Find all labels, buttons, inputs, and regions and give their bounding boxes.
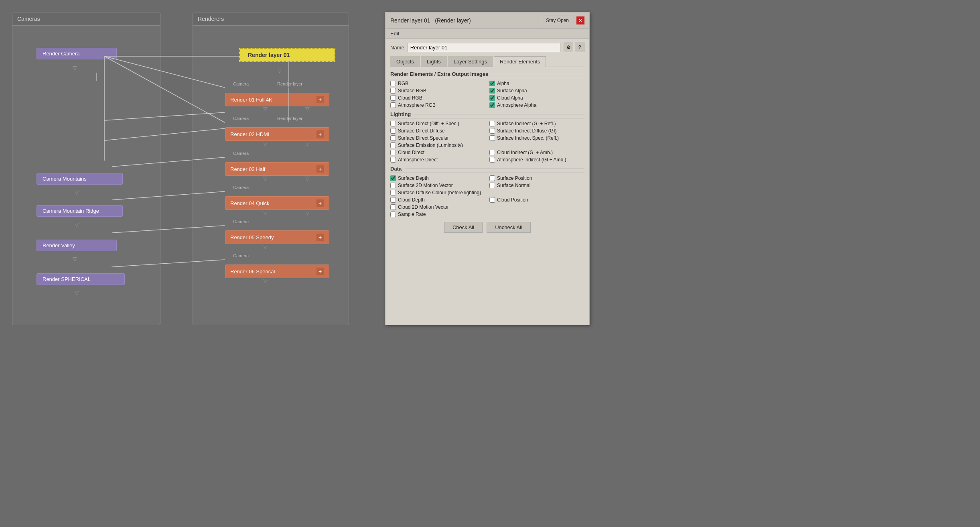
cb-atm-direct-input[interactable] [390,157,396,163]
name-input[interactable] [408,43,560,52]
cb-cloud-indirect-input[interactable] [489,150,495,155]
renderer-06-node[interactable]: Render 06 Sperical + [225,265,329,278]
cb-atm-rgb-input[interactable] [390,102,396,108]
arrow-render-spherical: ▽ [75,289,79,296]
renderer-06-add-btn[interactable]: + [316,267,324,275]
check-all-button[interactable]: Check All [444,222,483,233]
cb-atm-direct: Atmosphere Direct [390,157,485,163]
cb-rgb-input[interactable] [390,81,396,86]
cb-surf-diffuse-colour: Surface Diffuse Colour (before lighting) [390,190,584,195]
cb-surf-2d-motion-input[interactable] [390,183,396,188]
camera-node-render-camera[interactable]: Render Camera [37,48,117,59]
renderer-01-add-btn[interactable]: + [316,96,324,104]
name-row: Name ⚙ ? [390,43,584,52]
cb-alpha-label: Alpha [497,81,509,86]
cb-surf-indirect-input[interactable] [489,121,495,126]
lighting-section-header: Lighting [390,111,584,118]
camera-node-render-valley[interactable]: Render Valley [37,240,117,251]
tab-objects[interactable]: Objects [390,56,420,67]
cb-cloud-2d-motion-input[interactable] [390,204,396,210]
cb-surf-emission-input[interactable] [390,142,396,148]
cb-surface-depth-input[interactable] [390,175,396,181]
help-icon-btn[interactable]: ? [575,43,584,52]
cb-surface-alpha-label: Surface Alpha [497,88,527,94]
cb-sample-rate-input[interactable] [390,212,396,217]
render-layer-01-node[interactable]: Render layer 01 [239,48,335,62]
renderer-05-node[interactable]: Render 05 Speedy + [225,230,329,244]
cb-cloud-rgb: Cloud RGB [390,95,485,101]
cb-cloud-2d-motion-label: Cloud 2D Motion Vector [398,204,449,210]
arrow-r01-down: ▽ [263,106,268,112]
renderer-03-add-btn[interactable]: + [316,165,324,173]
tab-lights[interactable]: Lights [421,56,447,67]
cb-alpha: Alpha [489,81,584,86]
cb-surface-position: Surface Position [489,175,584,181]
cb-cloud-depth-input[interactable] [390,197,396,203]
cb-surf-direct-input[interactable] [390,121,396,126]
renderer-04-node[interactable]: Render 04 Quick + [225,196,329,210]
section-line-lighting [414,114,584,114]
close-button[interactable]: ✕ [576,16,584,24]
cb-atm-direct-label: Atmosphere Direct [398,157,438,163]
cb-surf-emission-label: Surface Emission (Luminosity) [398,142,463,148]
lighting-grid: Surface Direct (Diff. + Spec.) Surface I… [390,121,584,163]
cam-label-06: Camera [233,253,249,258]
cb-atm-rgb: Atmosphere RGB [390,102,485,108]
cb-cloud-2d-motion: Cloud 2D Motion Vector [390,204,584,210]
cb-alpha-input[interactable] [489,81,495,86]
cb-atm-alpha-input[interactable] [489,102,495,108]
renderers-panel-title: Renderers [193,12,349,26]
cb-surf-direct-spec-input[interactable] [390,135,396,141]
camera-node-mountains[interactable]: Camera Mountains [37,173,123,185]
data-grid: Surface Depth Surface Position Surface 2… [390,175,584,217]
cb-cloud-position-input[interactable] [489,197,495,203]
stay-open-button[interactable]: Stay Open [541,16,574,25]
cb-atm-indirect-input[interactable] [489,157,495,163]
cb-surface-rgb: Surface RGB [390,88,485,94]
renderer-05-add-btn[interactable]: + [316,233,324,241]
settings-icon-btn[interactable]: ⚙ [564,43,573,52]
props-header: Render layer 01 (Render layer) Stay Open… [386,12,589,29]
cb-surf-normal-input[interactable] [489,183,495,188]
cb-surf-direct-diffuse-label: Surface Direct Diffuse [398,128,445,134]
cb-surface-alpha-input[interactable] [489,88,495,94]
cb-atm-indirect-label: Atmosphere Indirect (GI + Amb.) [497,157,566,163]
cb-surf-emission: Surface Emission (Luminosity) [390,142,584,148]
renderer-02-add-btn[interactable]: + [316,130,324,138]
menu-bar: Edit [386,29,589,39]
cb-cloud-rgb-input[interactable] [390,95,396,101]
cb-cloud-position-label: Cloud Position [497,197,528,203]
renderer-03-node[interactable]: Render 03 Half + [225,162,329,176]
cb-surf-direct-spec-label: Surface Direct Specular [398,135,449,141]
cam-label-05: Camera [233,219,249,224]
arrow-mountain-ridge: ▽ [75,221,79,228]
renderers-panel: Renderers Render layer 01 ▽ Camera Rende… [193,12,349,325]
cb-surface-depth: Surface Depth [390,175,485,181]
arrow-r02-down: ▽ [263,140,268,147]
renderer-02-node[interactable]: Render 02 HDMI + [225,127,329,141]
cb-rgb-label: RGB [398,81,408,86]
cb-surf-direct-diffuse: Surface Direct Diffuse [390,128,485,134]
cb-surface-rgb-input[interactable] [390,88,396,94]
section-line-re [491,74,584,74]
menu-edit[interactable]: Edit [390,31,399,37]
cb-cloud-alpha-label: Cloud Alpha [497,95,523,101]
cb-surf-direct: Surface Direct (Diff. + Spec.) [390,121,485,126]
cb-surf-diffuse-colour-input[interactable] [390,190,396,195]
renderer-01-node[interactable]: Render 01 Full 4K + [225,93,329,106]
cb-cloud-direct-input[interactable] [390,150,396,155]
cb-surface-position-label: Surface Position [497,175,532,181]
arrow-r05-down: ▽ [263,243,268,250]
cb-cloud-alpha-input[interactable] [489,95,495,101]
cb-surf-direct-diffuse-input[interactable] [390,128,396,134]
camera-node-mountain-ridge[interactable]: Camera Mountain Ridge [37,205,123,217]
tab-layer-settings[interactable]: Layer Settings [448,56,493,67]
cb-surface-position-input[interactable] [489,175,495,181]
props-title: Render layer 01 (Render layer) [390,17,471,24]
uncheck-all-button[interactable]: Uncheck All [487,222,531,233]
cb-surf-indirect-spec-input[interactable] [489,135,495,141]
camera-node-render-spherical[interactable]: Render SPHERICAL [37,273,125,285]
tab-render-elements[interactable]: Render Elements [494,56,546,67]
renderer-04-add-btn[interactable]: + [316,199,324,207]
cb-surf-indirect-diffuse-input[interactable] [489,128,495,134]
